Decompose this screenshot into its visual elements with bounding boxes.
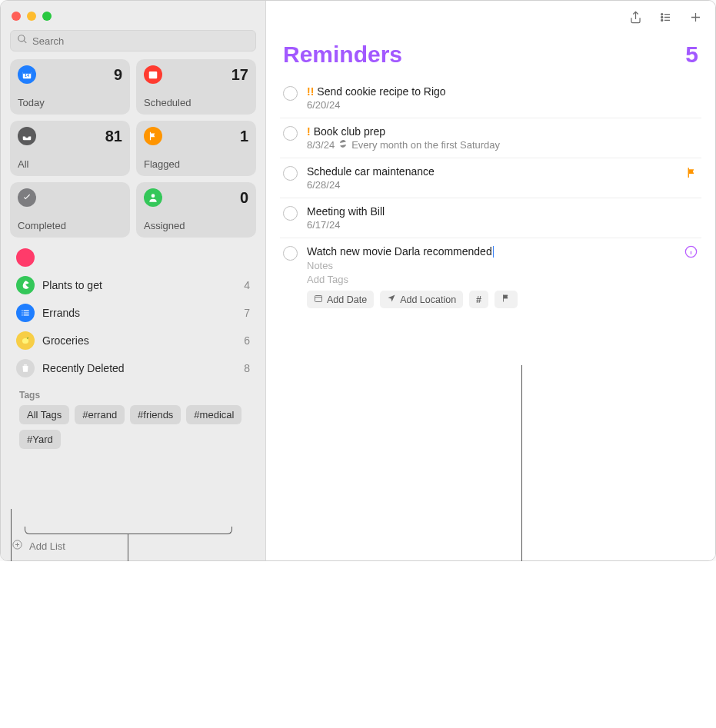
- reminder-title: Meeting with Bill: [307, 205, 385, 218]
- reminder-title[interactable]: Watch new movie Darla recommended: [307, 245, 492, 258]
- lists: Plants to get 4 Errands 7 Groceries 6 Re…: [1, 245, 265, 531]
- list-name: Errands: [42, 307, 236, 319]
- list-count: 8: [244, 362, 250, 374]
- minimize-window-button[interactable]: [27, 12, 36, 21]
- inbox-icon: [18, 127, 36, 145]
- smart-count: 9: [114, 66, 122, 84]
- svg-point-5: [22, 338, 28, 344]
- reminder-item[interactable]: !Book club prep 8/3/24 Every month on th…: [280, 118, 701, 158]
- person-icon: [144, 188, 162, 207]
- add-date-label: Add Date: [327, 294, 367, 305]
- repeat-text: Every month on the first Saturday: [351, 139, 500, 151]
- list-item[interactable]: Groceries 6: [10, 327, 256, 354]
- smart-count: 0: [240, 189, 248, 207]
- search-input[interactable]: [32, 35, 249, 47]
- list-item[interactable]: Recently Deleted 8: [10, 354, 256, 382]
- tags-header: Tags: [19, 390, 247, 401]
- reminders-list: !!Send cookie recipe to Rigo 6/20/24 !Bo…: [266, 78, 715, 315]
- reminder-title: Schedule car maintenance: [307, 165, 435, 178]
- smart-count: 1: [240, 128, 248, 145]
- smart-list-today[interactable]: 14 9 Today: [10, 59, 130, 115]
- list-header: Reminders 5: [266, 37, 715, 78]
- checkmark-icon: [18, 188, 36, 207]
- hash-icon: #: [476, 294, 481, 305]
- smart-label: Flagged: [144, 158, 248, 170]
- list-count: 4: [244, 279, 250, 291]
- svg-rect-10: [315, 296, 322, 302]
- list-item-cut[interactable]: [10, 248, 256, 271]
- tag-chip-all[interactable]: All Tags: [19, 405, 69, 424]
- svg-text:14: 14: [25, 73, 29, 78]
- smart-list-flagged[interactable]: 1 Flagged: [136, 121, 256, 176]
- list-item[interactable]: Plants to get 4: [10, 271, 256, 299]
- app-window: 14 9 Today 17 Scheduled 81 All: [0, 0, 716, 561]
- complete-checkbox[interactable]: [283, 166, 298, 181]
- svg-point-8: [661, 16, 663, 18]
- reminder-item-editing[interactable]: Watch new movie Darla recommended Notes …: [280, 238, 701, 315]
- window-controls: [1, 1, 265, 25]
- smart-list-completed[interactable]: Completed: [10, 182, 130, 238]
- repeat-icon: [338, 139, 348, 151]
- list-count: 6: [244, 334, 250, 347]
- smart-label: Today: [18, 97, 122, 108]
- view-options-icon[interactable]: [658, 10, 673, 28]
- add-list-label: Add List: [29, 540, 65, 552]
- add-list-button[interactable]: Add List: [1, 531, 265, 560]
- list-name: Groceries: [42, 334, 236, 347]
- tags-section: Tags All Tags #errand #friends #medical …: [10, 382, 256, 452]
- info-icon[interactable]: [684, 244, 698, 259]
- smart-list-assigned[interactable]: 0 Assigned: [136, 182, 256, 238]
- reminder-item[interactable]: Meeting with Bill 6/17/24: [280, 198, 701, 238]
- svg-point-4: [152, 194, 155, 198]
- complete-checkbox[interactable]: [283, 126, 298, 141]
- tags-placeholder[interactable]: Add Tags: [307, 274, 698, 285]
- smart-list-all[interactable]: 81 All: [10, 121, 130, 176]
- reminder-date: 6/20/24: [307, 99, 698, 111]
- smart-list-scheduled[interactable]: 17 Scheduled: [136, 59, 256, 115]
- calendar-icon: [144, 65, 162, 84]
- close-window-button[interactable]: [12, 12, 21, 21]
- list-icon: [16, 304, 35, 322]
- fullscreen-window-button[interactable]: [42, 12, 52, 21]
- location-icon: [387, 294, 396, 305]
- search-icon: [17, 34, 28, 48]
- list-total-count: 5: [685, 42, 698, 68]
- add-tag-button[interactable]: #: [469, 291, 488, 308]
- reminder-item[interactable]: Schedule car maintenance 6/28/24: [280, 158, 701, 198]
- calendar-icon: 14: [18, 65, 36, 84]
- complete-checkbox[interactable]: [283, 86, 298, 101]
- smart-count: 17: [231, 66, 248, 84]
- flag-icon: [501, 294, 511, 305]
- complete-checkbox[interactable]: [283, 206, 298, 221]
- reminder-item[interactable]: !!Send cookie recipe to Rigo 6/20/24: [280, 78, 701, 118]
- priority-indicator: !: [307, 125, 311, 138]
- add-reminder-icon[interactable]: [688, 10, 703, 28]
- priority-indicator: !!: [307, 85, 314, 98]
- svg-point-9: [661, 19, 663, 21]
- sidebar: 14 9 Today 17 Scheduled 81 All: [1, 1, 266, 560]
- search-field[interactable]: [10, 30, 256, 52]
- add-location-button[interactable]: Add Location: [380, 291, 463, 308]
- complete-checkbox[interactable]: [283, 246, 298, 261]
- smart-label: All: [18, 158, 122, 170]
- text-cursor: [493, 246, 494, 258]
- trash-icon: [16, 359, 35, 377]
- reminder-date: 8/3/24: [307, 139, 335, 151]
- add-flag-button[interactable]: [495, 291, 518, 308]
- reminder-title: Send cookie recipe to Rigo: [317, 85, 445, 98]
- tag-chip[interactable]: #Yard: [19, 430, 61, 449]
- list-name: Recently Deleted: [42, 362, 236, 374]
- share-icon[interactable]: [628, 10, 643, 28]
- toolbar: [266, 1, 715, 37]
- list-item[interactable]: Errands 7: [10, 299, 256, 327]
- smart-count: 81: [105, 128, 122, 145]
- smart-label: Completed: [18, 220, 122, 231]
- notes-placeholder[interactable]: Notes: [307, 260, 698, 271]
- tag-chip[interactable]: #errand: [75, 405, 125, 424]
- add-location-label: Add Location: [400, 294, 456, 305]
- tag-chip[interactable]: #friends: [130, 405, 181, 424]
- add-date-button[interactable]: Add Date: [307, 291, 374, 308]
- tag-chip[interactable]: #medical: [186, 405, 241, 424]
- smart-lists-grid: 14 9 Today 17 Scheduled 81 All: [1, 59, 265, 245]
- lemon-icon: [16, 331, 35, 350]
